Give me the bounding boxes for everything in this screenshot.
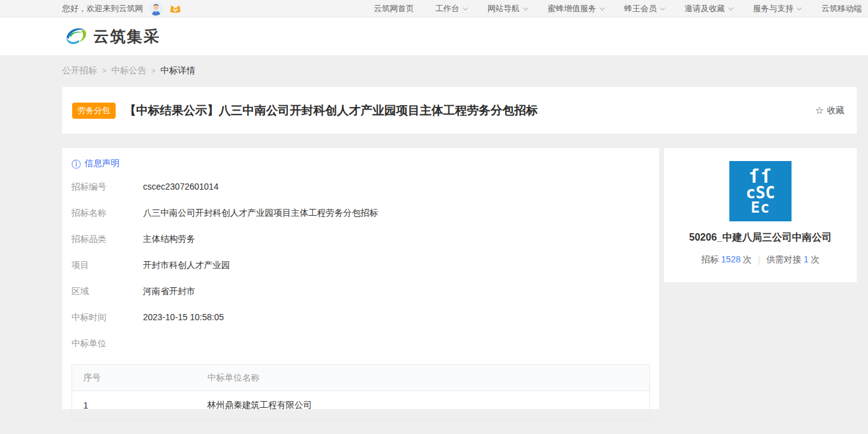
field-row-region: 区域 河南省开封市: [72, 286, 650, 297]
stat-matching-count: 1: [803, 254, 808, 264]
crown-membership-icon[interactable]: [169, 3, 182, 14]
winner-table-header-row: 序号 中标单位名称: [72, 365, 650, 391]
menu-queen-member[interactable]: 蜂王会员: [624, 3, 663, 14]
site-header: 云筑集采: [0, 17, 868, 55]
breadcrumb-current: 中标详情: [160, 65, 195, 76]
field-row-award-unit: 中标单位: [72, 338, 650, 349]
breadcrumb-separator: >: [102, 67, 106, 75]
favorite-label: 收藏: [827, 105, 844, 116]
field-row-award-time: 中标时间 2023-10-15 10:58:05: [72, 312, 650, 323]
yunzhu-swirl-icon: [62, 24, 88, 50]
stat-matching: 供需对接 1 次: [767, 254, 820, 265]
chevron-down-icon: [796, 5, 801, 10]
category-badge: 劳务分包: [72, 103, 116, 119]
chevron-down-icon: [660, 5, 665, 10]
menu-workbench[interactable]: 工作台: [435, 3, 466, 14]
company-stats: 招标 1528 次 | 供需对接 1 次: [701, 254, 820, 265]
field-row-bid-number: 招标编号 cscec23072601014: [72, 182, 650, 193]
cell-winner-name: 林州鼎秦建筑工程有限公司: [196, 391, 650, 420]
chevron-down-icon: [523, 5, 528, 10]
field-row-bid-name: 招标名称 八三中南公司开封科创人才产业园项目主体工程劳务分包招标: [72, 208, 650, 219]
company-name: 50206_中建八局三公司中南公司: [689, 231, 831, 244]
breadcrumb-award-notice[interactable]: 中标公告: [111, 65, 146, 76]
crown-icon: [169, 3, 182, 14]
info-icon: ⓘ: [72, 159, 81, 169]
winner-table: 序号 中标单位名称 1 林州鼎秦建筑工程有限公司: [72, 364, 650, 420]
chevron-down-icon: [463, 5, 468, 10]
user-avatar[interactable]: [149, 2, 163, 16]
page-title: 【中标结果公示】八三中南公司开封科创人才产业园项目主体工程劳务分包招标: [124, 103, 815, 119]
cell-index: 1: [72, 391, 196, 420]
column-header-index: 序号: [72, 365, 196, 391]
info-statement-link[interactable]: ⓘ 信息声明: [72, 158, 650, 169]
stat-bids-count: 1528: [721, 254, 741, 264]
menu-site-nav[interactable]: 网站导航: [487, 3, 527, 14]
chevron-down-icon: [728, 5, 733, 10]
detail-fields: 招标编号 cscec23072601014 招标名称 八三中南公司开封科创人才产…: [72, 182, 650, 349]
breadcrumb-open-bidding[interactable]: 公开招标: [62, 65, 97, 76]
stats-divider: |: [758, 255, 760, 265]
field-row-bid-category: 招标品类 主体结构劳务: [72, 234, 650, 245]
topbar: 您好，欢迎来到云筑网 云筑网首页 工作台 网站导航 蜜蜂增值服务 蜂王会员 邀请…: [0, 0, 868, 17]
topbar-menu: 云筑网首页 工作台 网站导航 蜜蜂增值服务 蜂王会员 邀请及收藏 服务与支持 云…: [374, 3, 862, 14]
greeting-text: 您好，欢迎来到云筑网: [62, 3, 143, 14]
menu-home[interactable]: 云筑网首页: [374, 3, 414, 14]
menu-mobile-app[interactable]: 云筑移动端: [821, 3, 862, 14]
breadcrumb-separator: >: [151, 67, 155, 75]
cscec-logo: ſſ cSC Ec: [729, 161, 792, 221]
menu-service-support[interactable]: 服务与支持: [753, 3, 800, 14]
column-header-winner-name: 中标单位名称: [196, 365, 650, 391]
site-logo[interactable]: 云筑集采: [62, 24, 160, 50]
person-icon: [149, 2, 163, 16]
company-card: ſſ cSC Ec 50206_中建八局三公司中南公司 招标 1528 次 | …: [664, 148, 857, 282]
favorite-button[interactable]: ☆ 收藏: [815, 104, 844, 116]
stat-bids: 招标 1528 次: [701, 254, 752, 265]
title-card: 劳务分包 【中标结果公示】八三中南公司开封科创人才产业园项目主体工程劳务分包招标…: [62, 87, 857, 134]
menu-invite-favorites[interactable]: 邀请及收藏: [685, 3, 732, 14]
table-row: 1 林州鼎秦建筑工程有限公司: [72, 391, 650, 420]
star-icon: ☆: [815, 104, 824, 116]
site-logo-text: 云筑集采: [93, 26, 160, 47]
menu-bee-services[interactable]: 蜜蜂增值服务: [548, 3, 603, 14]
info-statement-label: 信息声明: [85, 158, 119, 169]
detail-card: ⓘ 信息声明 招标编号 cscec23072601014 招标名称 八三中南公司…: [62, 148, 659, 409]
breadcrumb: 公开招标 > 中标公告 > 中标详情: [0, 55, 868, 76]
chevron-down-icon: [599, 5, 604, 10]
field-row-project: 项目 开封市科创人才产业园: [72, 260, 650, 271]
